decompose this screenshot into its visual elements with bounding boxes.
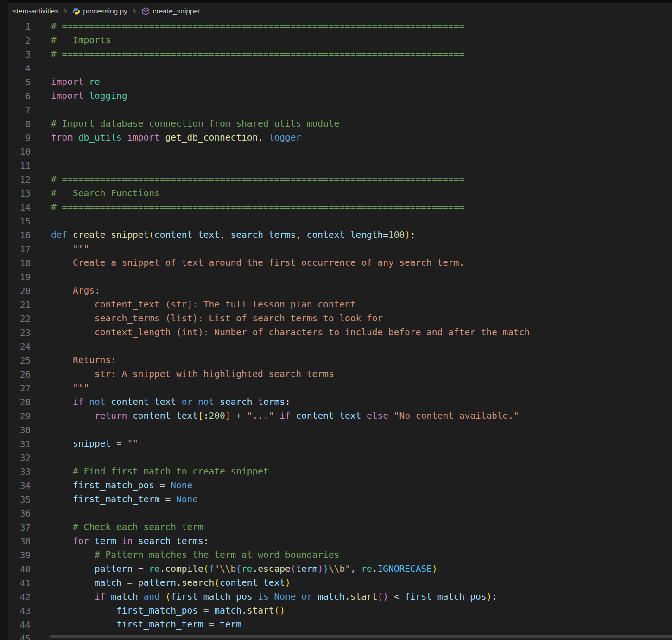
chevron-right-icon xyxy=(131,8,138,14)
code-line[interactable]: 25 Returns: xyxy=(0,353,672,367)
line-number[interactable]: 16 xyxy=(0,228,31,242)
line-number[interactable]: 5 xyxy=(0,75,31,89)
line-number[interactable]: 29 xyxy=(0,409,31,423)
line-number[interactable]: 20 xyxy=(0,284,31,298)
code-line[interactable]: 3# =====================================… xyxy=(0,47,672,61)
line-number[interactable]: 26 xyxy=(0,367,31,381)
line-number[interactable]: 12 xyxy=(0,173,31,186)
line-number[interactable]: 13 xyxy=(0,186,31,200)
code-line[interactable]: 43 first_match_pos = match.start() xyxy=(0,604,672,618)
line-number[interactable]: 3 xyxy=(0,47,31,61)
code-editor[interactable]: 1# =====================================… xyxy=(0,19,672,640)
code-line[interactable]: 24 xyxy=(0,339,672,353)
code-line[interactable]: 14# ====================================… xyxy=(0,200,672,214)
line-number[interactable]: 36 xyxy=(0,506,31,520)
line-number[interactable]: 44 xyxy=(0,618,31,632)
line-number[interactable]: 39 xyxy=(0,548,31,562)
code-line[interactable]: 44 first_match_term = term xyxy=(0,618,672,632)
line-number[interactable]: 1 xyxy=(0,19,31,33)
code-line[interactable]: 21 content_text (str): The full lesson p… xyxy=(0,298,672,312)
horizontal-scrollbar-thumb[interactable] xyxy=(50,635,672,638)
line-number[interactable]: 31 xyxy=(0,437,31,451)
code-line[interactable]: 35 first_match_term = None xyxy=(0,493,672,506)
line-number[interactable]: 10 xyxy=(0,145,31,159)
line-number[interactable]: 9 xyxy=(0,131,31,145)
line-number[interactable]: 6 xyxy=(0,89,31,103)
line-number[interactable]: 27 xyxy=(0,381,31,395)
line-number[interactable]: 4 xyxy=(0,61,31,75)
code-line[interactable]: 27 """ xyxy=(0,381,672,395)
code-line[interactable]: 15 xyxy=(0,214,672,228)
code-line[interactable]: 36 xyxy=(0,506,672,520)
code-line[interactable]: 5import re xyxy=(0,75,672,89)
line-number[interactable]: 35 xyxy=(0,493,31,506)
code-line[interactable]: 12# ====================================… xyxy=(0,173,672,186)
line-number[interactable]: 7 xyxy=(0,103,31,117)
code-text: import logging xyxy=(51,89,127,103)
line-number[interactable]: 18 xyxy=(0,256,31,270)
code-text: # Search Functions xyxy=(51,186,160,200)
code-line[interactable]: 41 match = pattern.search(content_text) xyxy=(0,576,672,590)
line-number[interactable]: 2 xyxy=(0,33,31,47)
code-line[interactable]: 4 xyxy=(0,61,672,75)
line-number[interactable]: 21 xyxy=(0,298,31,312)
line-number[interactable]: 38 xyxy=(0,534,31,548)
line-number[interactable]: 24 xyxy=(0,339,31,353)
code-line[interactable]: 40 pattern = re.compile(f"\\b{re.escape(… xyxy=(0,562,672,576)
line-number[interactable]: 37 xyxy=(0,520,31,534)
code-text: # ======================================… xyxy=(51,173,464,186)
code-line[interactable]: 42 if match and (first_match_pos is None… xyxy=(0,590,672,604)
line-number[interactable]: 34 xyxy=(0,479,31,493)
code-line[interactable]: 9from db_utils import get_db_connection,… xyxy=(0,131,672,145)
code-line[interactable]: 30 xyxy=(0,423,672,437)
line-number[interactable]: 14 xyxy=(0,200,31,214)
line-number[interactable]: 22 xyxy=(0,312,31,326)
code-line[interactable]: 28 if not content_text or not search_ter… xyxy=(0,395,672,409)
line-number[interactable]: 30 xyxy=(0,423,31,437)
line-number[interactable]: 32 xyxy=(0,451,31,465)
code-line[interactable]: 8# Import database connection from share… xyxy=(0,117,672,131)
code-line[interactable]: 18 Create a snippet of text around the f… xyxy=(0,256,672,270)
code-text: return content_text[:200] + "..." if con… xyxy=(51,409,519,423)
line-number[interactable]: 33 xyxy=(0,465,31,479)
code-line[interactable]: 2# Imports xyxy=(0,33,672,47)
code-line[interactable]: 19 xyxy=(0,270,672,284)
line-number[interactable]: 23 xyxy=(0,326,31,339)
code-line[interactable]: 10 xyxy=(0,145,672,159)
line-number[interactable]: 41 xyxy=(0,576,31,590)
line-number[interactable]: 15 xyxy=(0,214,31,228)
line-number[interactable]: 43 xyxy=(0,604,31,618)
line-number[interactable]: 19 xyxy=(0,270,31,284)
code-line[interactable]: 38 for term in search_terms: xyxy=(0,534,672,548)
line-number[interactable]: 40 xyxy=(0,562,31,576)
line-number[interactable]: 11 xyxy=(0,159,31,173)
code-line[interactable]: 22 search_terms (list): List of search t… xyxy=(0,312,672,326)
breadcrumb-item-symbol[interactable]: create_snippet xyxy=(141,7,200,16)
code-line[interactable]: 1# =====================================… xyxy=(0,19,672,33)
breadcrumb-item-folder[interactable]: stem-activities xyxy=(13,7,58,15)
code-line[interactable]: 20 Args: xyxy=(0,284,672,298)
code-line[interactable]: 17 """ xyxy=(0,242,672,256)
line-number[interactable]: 8 xyxy=(0,117,31,131)
line-number[interactable]: 25 xyxy=(0,353,31,367)
line-number[interactable]: 28 xyxy=(0,395,31,409)
code-line[interactable]: 39 # Pattern matches the term at word bo… xyxy=(0,548,672,562)
line-number[interactable]: 45 xyxy=(0,632,31,640)
line-number[interactable]: 42 xyxy=(0,590,31,604)
code-line[interactable]: 33 # Find first match to create snippet xyxy=(0,465,672,479)
code-line[interactable]: 37 # Check each search term xyxy=(0,520,672,534)
code-text: """ xyxy=(51,381,89,395)
code-line[interactable]: 31 snippet = "" xyxy=(0,437,672,451)
code-line[interactable]: 16def create_snippet(content_text, searc… xyxy=(0,228,672,242)
code-line[interactable]: 13# Search Functions xyxy=(0,186,672,200)
code-line[interactable]: 11 xyxy=(0,159,672,173)
code-line[interactable]: 26 str: A snippet with highlighted searc… xyxy=(0,367,672,381)
code-line[interactable]: 6import logging xyxy=(0,89,672,103)
code-line[interactable]: 7 xyxy=(0,103,672,117)
breadcrumb-item-file[interactable]: processing.py xyxy=(72,7,127,15)
line-number[interactable]: 17 xyxy=(0,242,31,256)
code-line[interactable]: 29 return content_text[:200] + "..." if … xyxy=(0,409,672,423)
code-line[interactable]: 23 context_length (int): Number of chara… xyxy=(0,326,672,339)
code-line[interactable]: 34 first_match_pos = None xyxy=(0,479,672,493)
code-line[interactable]: 32 xyxy=(0,451,672,465)
